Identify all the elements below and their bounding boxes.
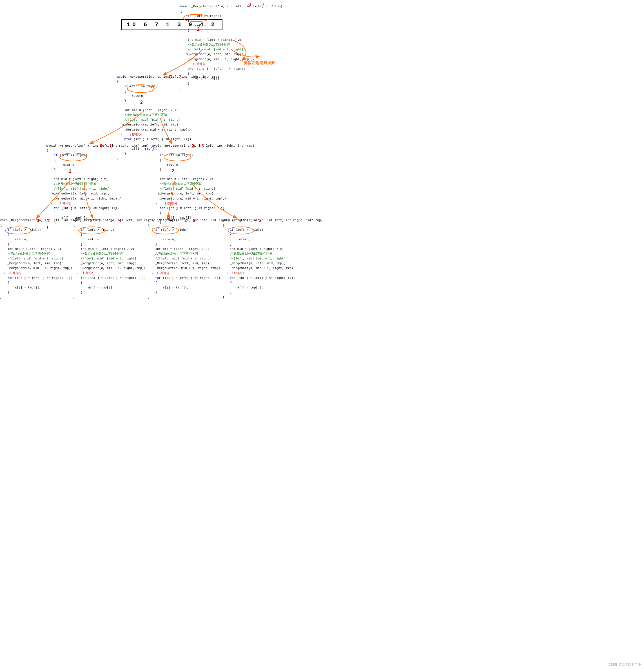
annot-similar-expand: 类似左边逆归展开	[244, 61, 275, 66]
code-block-level3-3: void _MergeSort(int* a, int left, int ri…	[222, 218, 323, 300]
annot-l3-2-r: 3	[193, 218, 195, 223]
arrows-svg	[0, 0, 644, 670]
annot-l3-1-r: 4	[119, 218, 121, 223]
annot-root-right: 7	[262, 2, 264, 7]
annot-l3-0-r: 4	[47, 218, 49, 223]
annot-l3-1-l: 1	[110, 218, 113, 223]
watermark: CSDN ©我还是学习吧	[609, 662, 641, 667]
annot-mid-l1: 2	[140, 100, 143, 105]
annot-l2r-2: 2	[192, 144, 194, 149]
annot-l1-3: 3	[179, 75, 182, 80]
code-block-level2-right: ⊟void _MergeSort(int* a, int left, int r…	[152, 144, 254, 230]
annot-l3-2-l: 2	[184, 218, 187, 223]
code-block-level2-left: ⊟void _MergeSort(int* a, int left, int r…	[47, 144, 149, 230]
page-container: 10 6 7 1 3 9 4 2 ⊟void _MergeSort(int* a…	[0, 0, 644, 670]
annot-root-left: 0	[248, 2, 251, 7]
annot-mid-l2l: 2	[69, 169, 71, 174]
annot-l2r-3: 3	[201, 144, 204, 149]
func-sig-0: void _MergeSort(int* a, int left, int ri…	[182, 5, 282, 8]
annot-mid-root: 2	[197, 27, 200, 32]
annot-l2l-1: 1	[109, 144, 112, 149]
annot-l2l-0: 0	[100, 144, 103, 149]
annot-l3-0-l: 0	[37, 218, 39, 223]
annot-mid-l2r: 2	[172, 168, 174, 173]
annot-l1-0: 0	[169, 75, 171, 80]
annot-l3-3-l: 3	[259, 218, 262, 223]
